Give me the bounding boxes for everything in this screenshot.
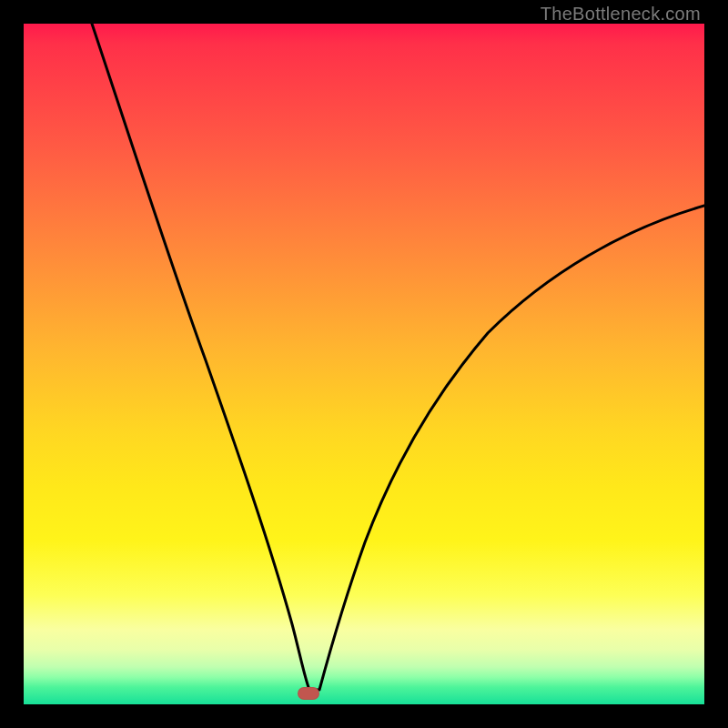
plot-area xyxy=(24,24,704,704)
watermark-text: TheBottleneck.com xyxy=(541,4,701,25)
chart-frame: TheBottleneck.com xyxy=(0,0,728,728)
optimal-marker xyxy=(298,687,319,700)
curve-path xyxy=(92,24,704,690)
bottleneck-curve xyxy=(24,24,704,704)
